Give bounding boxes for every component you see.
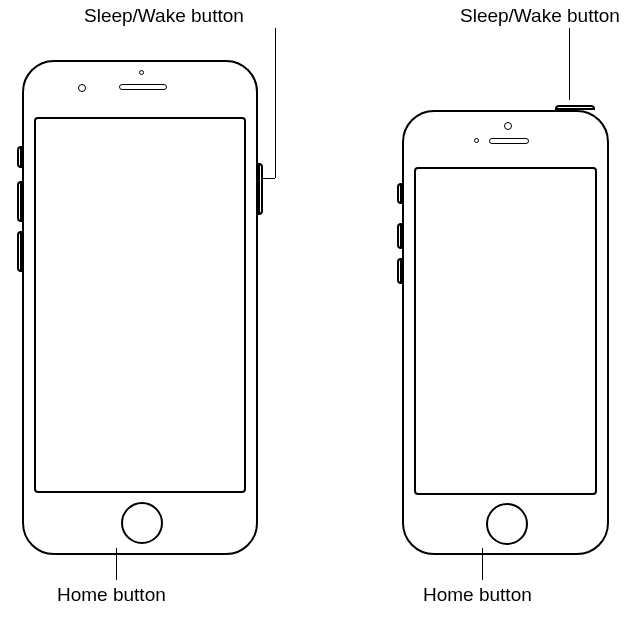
home-button-right[interactable] <box>486 503 528 545</box>
mute-switch-left[interactable] <box>17 146 22 168</box>
mute-switch-right[interactable] <box>397 183 402 204</box>
label-home-right: Home button <box>423 584 532 606</box>
screen <box>34 117 246 493</box>
front-camera-icon <box>139 70 144 75</box>
label-sleep-wake-right: Sleep/Wake button <box>460 5 620 27</box>
screen <box>414 167 597 495</box>
volume-down-right[interactable] <box>397 258 402 284</box>
leader-home-left-v <box>116 548 117 580</box>
speaker-icon <box>119 84 167 90</box>
iphone-right <box>402 110 609 555</box>
sensor-icon <box>504 122 512 130</box>
sleep-wake-button-left[interactable] <box>258 163 263 215</box>
label-home-left: Home button <box>57 584 166 606</box>
leader-home-right-v <box>482 548 483 580</box>
volume-up-left[interactable] <box>17 181 22 222</box>
diagram-container: Sleep/Wake button Sleep/Wake button Home… <box>0 0 640 620</box>
label-sleep-wake-left: Sleep/Wake button <box>84 5 244 27</box>
sensor-icon <box>78 84 86 92</box>
iphone-left <box>22 60 258 555</box>
leader-sleep-wake-right-v <box>569 28 570 100</box>
volume-up-right[interactable] <box>397 223 402 249</box>
front-camera-icon <box>474 138 479 143</box>
volume-down-left[interactable] <box>17 231 22 272</box>
sleep-wake-button-right[interactable] <box>555 105 595 110</box>
leader-sleep-wake-left-v <box>275 28 276 178</box>
speaker-icon <box>489 138 529 144</box>
home-button-left[interactable] <box>121 502 163 544</box>
